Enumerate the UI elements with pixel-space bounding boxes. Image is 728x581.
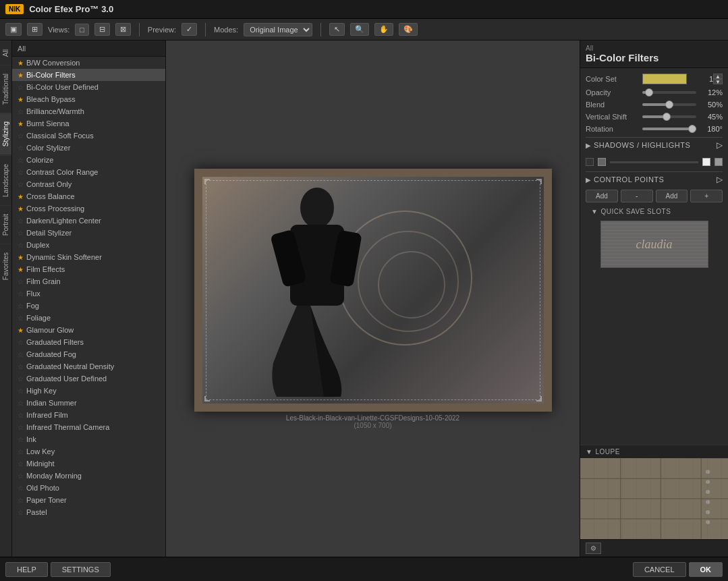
filter-item[interactable]: ☆Colorize xyxy=(12,154,165,166)
rotation-value: 180° xyxy=(699,125,723,133)
filter-star-icon: ★ xyxy=(18,59,24,67)
filter-item[interactable]: ☆Pastel xyxy=(12,506,165,518)
filter-item[interactable]: ☆Brilliance/Warmth xyxy=(12,105,165,117)
modes-label: Modes: xyxy=(214,26,238,34)
filter-item[interactable]: ☆Graduated Fog xyxy=(12,348,165,360)
filter-list[interactable]: ★B/W Conversion★Bi-Color Filters☆Bi-Colo… xyxy=(12,57,165,557)
cp-add2-btn[interactable]: + xyxy=(690,190,723,202)
opacity-slider-track[interactable] xyxy=(642,91,696,94)
vertical-shift-slider-thumb[interactable] xyxy=(663,113,671,121)
view-single-btn[interactable]: ▣ xyxy=(5,23,22,36)
filter-item[interactable]: ☆Contrast Only xyxy=(12,178,165,190)
filter-item[interactable]: ☆Contrast Color Range xyxy=(12,166,165,178)
vertical-shift-slider-track[interactable] xyxy=(642,115,696,118)
vertical-shift-value: 45% xyxy=(699,113,723,121)
filter-star-icon: ☆ xyxy=(18,399,24,407)
tool-arrow-btn[interactable]: ↖ xyxy=(329,23,345,36)
shadow-track[interactable] xyxy=(610,161,698,163)
settings-button[interactable]: SETTINGS xyxy=(51,562,111,577)
filter-star-icon: ☆ xyxy=(18,181,24,188)
control-points-header[interactable]: ▶ Control Points ▷ xyxy=(586,171,723,187)
help-button[interactable]: HELP xyxy=(5,562,48,577)
modes-select[interactable]: Original Image xyxy=(244,23,312,36)
filter-star-icon: ☆ xyxy=(18,375,24,383)
right-header-title: Bi-Color Filters xyxy=(586,52,723,63)
cancel-button[interactable]: CANCEL xyxy=(633,562,686,577)
filter-item[interactable]: ☆Graduated User Defined xyxy=(12,372,165,385)
filter-item[interactable]: ☆Monday Morning xyxy=(12,470,165,482)
filter-item[interactable]: ☆Film Grain xyxy=(12,275,165,287)
filter-item[interactable]: ☆Old Photo xyxy=(12,482,165,494)
filter-item[interactable]: ☆Paper Toner xyxy=(12,494,165,506)
filter-item[interactable]: ★B/W Conversion xyxy=(12,57,165,69)
loupe-settings-btn[interactable]: ⚙ xyxy=(586,543,601,554)
blend-slider-thumb[interactable] xyxy=(665,101,673,109)
opacity-slider-thumb[interactable] xyxy=(645,88,653,96)
filter-item[interactable]: ★Cross Processing xyxy=(12,202,165,215)
sidebar-item-landscape[interactable]: Landscape xyxy=(0,155,11,205)
filter-star-icon: ☆ xyxy=(18,242,24,249)
handle-tr xyxy=(536,179,542,184)
sidebar-item-all[interactable]: All xyxy=(0,40,11,65)
filter-item[interactable]: ☆High Key xyxy=(12,385,165,397)
filter-item[interactable]: ★Cross Balance xyxy=(12,190,165,202)
filter-item[interactable]: ☆Duplex xyxy=(12,239,165,251)
watermark-thumbnail: claudia xyxy=(600,221,708,268)
rotation-slider-thumb[interactable] xyxy=(688,125,696,133)
loupe-header[interactable]: ▼ LOUPE xyxy=(580,445,728,458)
filter-item[interactable]: ☆Classical Soft Focus xyxy=(12,130,165,142)
filter-item[interactable]: ☆Graduated Filters xyxy=(12,336,165,348)
blend-slider-track[interactable] xyxy=(642,103,696,106)
view-3-btn[interactable]: ⊠ xyxy=(115,23,131,36)
filter-item[interactable]: ☆Ink xyxy=(12,433,165,445)
view-2-btn[interactable]: ⊟ xyxy=(94,23,110,36)
sidebar-item-portrait[interactable]: Portrait xyxy=(0,205,11,244)
filter-item-label: Film Grain xyxy=(26,277,61,285)
filter-item[interactable]: ☆Flux xyxy=(12,287,165,300)
filter-item[interactable]: ☆Infrared Film xyxy=(12,409,165,421)
filter-item[interactable]: ☆Midnight xyxy=(12,458,165,470)
cp-remove-btn[interactable]: - xyxy=(621,190,653,202)
sidebar-item-stylizing[interactable]: Stylizing xyxy=(0,113,11,155)
cp-add-btn-2[interactable]: Add xyxy=(656,190,688,202)
view-1-btn[interactable]: □ xyxy=(75,24,89,36)
filter-item[interactable]: ☆Detail Stylizer xyxy=(12,227,165,239)
color-set-label: Color Set xyxy=(586,75,640,83)
view-split-btn[interactable]: ⊞ xyxy=(27,23,43,36)
filter-item[interactable]: ☆Indian Summer xyxy=(12,397,165,409)
filter-item-label: Midnight xyxy=(26,460,55,468)
color-set-bar[interactable] xyxy=(642,74,687,84)
filter-item[interactable]: ☆Graduated Neutral Density xyxy=(12,360,165,372)
sidebar-item-favorites[interactable]: Favorites xyxy=(0,244,11,288)
filter-star-icon: ☆ xyxy=(18,278,24,285)
filter-item[interactable]: ★Dynamic Skin Softener xyxy=(12,251,165,263)
tool-hand-btn[interactable]: ✋ xyxy=(374,23,393,36)
filter-item-label: Burnt Sienna xyxy=(26,119,69,128)
ok-button[interactable]: OK xyxy=(689,562,723,577)
color-set-down-btn[interactable]: ▼ xyxy=(713,79,723,84)
quick-save-header[interactable]: ▼ QUICK SAVE SLOTS xyxy=(591,208,717,215)
filter-item[interactable]: ☆Bi-Color User Defined xyxy=(12,81,165,93)
filter-item[interactable]: ☆Darken/Lighten Center xyxy=(12,215,165,227)
filter-item[interactable]: ★Film Effects xyxy=(12,263,165,275)
tool-zoom-btn[interactable]: 🔍 xyxy=(350,23,369,36)
filter-item[interactable]: ☆Color Stylizer xyxy=(12,142,165,154)
filter-item[interactable]: ☆Infrared Thermal Camera xyxy=(12,421,165,433)
color-set-spinner[interactable]: ▲ ▼ xyxy=(713,74,723,84)
filter-item[interactable]: ★Bleach Bypass xyxy=(12,93,165,105)
filter-item[interactable]: ★Glamour Glow xyxy=(12,324,165,336)
tool-color-btn[interactable]: 🎨 xyxy=(399,23,418,36)
sidebar-item-traditional[interactable]: Traditional xyxy=(0,65,11,113)
filter-item[interactable]: ☆Foliage xyxy=(12,312,165,324)
preview-checkbox[interactable]: ✓ xyxy=(181,23,197,36)
cp-add-btn-1[interactable]: Add xyxy=(586,190,618,202)
filter-item[interactable]: ★Bi-Color Filters xyxy=(12,69,165,81)
rotation-slider-track[interactable] xyxy=(642,128,696,130)
filter-item[interactable]: ☆Fog xyxy=(12,300,165,312)
filter-item[interactable]: ★Burnt Sienna xyxy=(12,117,165,130)
filter-item-label: Infrared Film xyxy=(26,411,68,419)
shadows-highlights-header[interactable]: ▶ Shadows / Highlights ▷ xyxy=(586,137,723,153)
filter-star-icon: ☆ xyxy=(18,424,24,431)
bottom-bar: HELP SETTINGS CANCEL OK xyxy=(0,557,728,581)
filter-item[interactable]: ☆Low Key xyxy=(12,445,165,458)
